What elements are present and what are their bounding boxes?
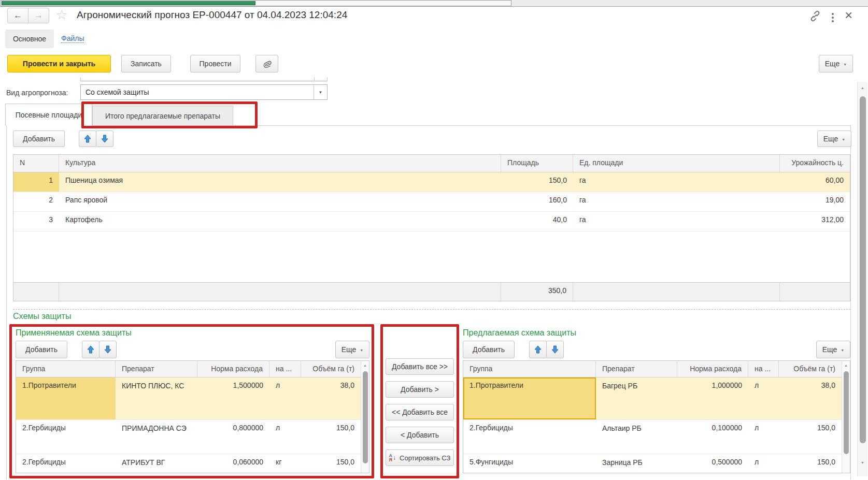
applied-scheme-table: Группа Препарат Норма расхода на ... Объ… xyxy=(16,360,369,473)
post-and-close-button[interactable]: Провести и закрыть xyxy=(7,55,111,72)
col-rate[interactable]: Норма расхода xyxy=(197,361,269,377)
areas-add-label: Добавить xyxy=(23,135,55,143)
partial-field-divider xyxy=(314,77,315,81)
save-label: Записать xyxy=(131,60,162,68)
areas-move-down-button[interactable] xyxy=(96,130,113,147)
scroll-up-icon[interactable]: ▲ xyxy=(363,361,367,367)
col-area[interactable]: Площадь xyxy=(501,155,573,172)
save-button[interactable]: Записать xyxy=(121,55,171,72)
top-progress-strip xyxy=(0,0,868,7)
menu-kebab-icon[interactable] xyxy=(830,11,836,24)
table-row[interactable]: 2 Рапс яровой 160,0 га 19,00 xyxy=(13,192,850,212)
tab-total-proposed-preparations[interactable]: Итого предлагагаемые препараты xyxy=(92,106,233,125)
table-row[interactable]: 3 Картофель 40,0 га 312,00 xyxy=(13,212,850,231)
col-volume[interactable]: Объём га (т) xyxy=(779,361,842,377)
attachments-button[interactable] xyxy=(255,55,278,72)
scroll-down-icon[interactable]: ▼ xyxy=(861,461,864,464)
row-number: 3 xyxy=(13,212,59,231)
close-icon[interactable]: × xyxy=(845,7,852,23)
col-group[interactable]: Группа xyxy=(463,361,596,377)
col-group[interactable]: Группа xyxy=(16,361,116,377)
table-row[interactable]: 2.Гербициды Альтаир РБ 0,100000 л 150,0 xyxy=(463,420,842,454)
col-preparation[interactable]: Препарат xyxy=(596,361,677,377)
yield-cell: 312,00 xyxy=(780,212,850,231)
group-cell: 1.Протравители xyxy=(16,377,116,419)
agroforecast-type-select[interactable]: Со схемой защиты ▼ xyxy=(80,84,328,100)
group-cell-selected: 1.Протравители xyxy=(463,377,596,419)
link-icon[interactable] xyxy=(808,9,822,23)
volume-cell: 150,0 xyxy=(779,454,842,473)
table-row[interactable]: 2.Гербициды АТРИБУТ ВГ 0,060000 кг 150,0 xyxy=(16,454,361,473)
page-scrollbar[interactable]: ▲ ▼ xyxy=(857,82,867,476)
proposed-table-scrollbar[interactable]: ▲ xyxy=(842,361,850,473)
rate-cell: 1,000000 xyxy=(677,377,748,419)
areas-add-button[interactable]: Добавить xyxy=(13,130,65,147)
applied-move-down-button[interactable] xyxy=(99,341,117,358)
areas-move-up-button[interactable] xyxy=(79,130,96,147)
proposed-more-label: Еще xyxy=(822,345,837,354)
col-unit[interactable]: Ед. площади xyxy=(573,155,780,172)
agroforecast-type-label: Вид агропрогноза: xyxy=(6,89,68,97)
tab-sown-areas[interactable]: Посевные площади xyxy=(5,104,92,126)
add-all-right-button[interactable]: Добавить все >> xyxy=(386,358,454,375)
agroforecast-type-dropdown-button[interactable]: ▼ xyxy=(314,85,327,99)
applied-move-up-button[interactable] xyxy=(82,341,99,358)
proposed-add-button[interactable]: Добавить xyxy=(463,341,515,358)
command-bar-more-button[interactable]: Еще ▼ xyxy=(819,55,853,72)
nav-tab-files[interactable]: Файлы xyxy=(61,34,84,43)
col-rate[interactable]: Норма расхода xyxy=(677,361,748,377)
applied-table-header: Группа Препарат Норма расхода на ... Объ… xyxy=(16,361,361,377)
favorite-star-icon[interactable]: ☆ xyxy=(56,7,67,22)
proposed-move-down-button[interactable] xyxy=(546,341,564,358)
arrow-up-icon xyxy=(87,345,94,354)
preparation-cell: КИНТО ПЛЮС, КС xyxy=(116,377,197,419)
add-left-button[interactable]: < Добавить xyxy=(386,427,454,443)
areas-more-button[interactable]: Еще ▼ xyxy=(817,130,851,147)
col-per[interactable]: на ... xyxy=(269,361,301,377)
scroll-up-icon[interactable]: ▲ xyxy=(861,86,864,90)
scrollbar-thumb[interactable] xyxy=(860,96,866,443)
scroll-up-icon[interactable]: ▲ xyxy=(844,361,848,367)
table-row[interactable]: 1.Протравители Багрец РБ 1,000000 л 38,0 xyxy=(463,377,842,420)
applied-scheme-title: Применянемая схема защиты xyxy=(16,328,132,338)
applied-add-button[interactable]: Добавить xyxy=(16,341,67,358)
areas-more-label: Еще xyxy=(823,135,838,143)
table-row[interactable]: 1 Пшеница озимая 150,0 га 60,00 xyxy=(13,172,850,192)
scrollbar-thumb[interactable] xyxy=(363,371,368,463)
applied-more-button[interactable]: Еще ▼ xyxy=(335,341,369,358)
col-culture[interactable]: Культура xyxy=(59,155,501,172)
sort-scheme-button[interactable]: А Я ↓ Сортировать СЗ xyxy=(386,449,454,466)
unit-cell: га xyxy=(573,192,780,211)
back-button[interactable]: ← xyxy=(7,8,29,23)
window-header: ← → ☆ Агрономический прогноз ЕР-000447 о… xyxy=(0,7,868,28)
add-right-button[interactable]: Добавить > xyxy=(386,381,454,398)
volume-cell: 38,0 xyxy=(301,377,361,419)
culture-cell: Пшеница озимая xyxy=(59,172,501,192)
table-row[interactable]: 5.Фунгициды Зарница РБ 0,500000 л 150,0 xyxy=(463,454,842,473)
scrollbar-thumb[interactable] xyxy=(844,371,849,454)
table-row[interactable]: 2.Гербициды ПРИМАДОННА СЭ 0,800000 л 150… xyxy=(16,420,361,454)
table-row[interactable]: 1.Протравители КИНТО ПЛЮС, КС 1,500000 л… xyxy=(16,377,361,420)
add-all-left-button[interactable]: << Добавить все xyxy=(386,404,454,420)
col-yield[interactable]: Урожайность ц. xyxy=(780,155,850,172)
col-preparation[interactable]: Препарат xyxy=(116,361,197,377)
total-area-cell: 350,0 xyxy=(501,283,573,301)
total-culture-cell xyxy=(59,283,501,301)
splitter[interactable] xyxy=(13,309,850,310)
preparation-cell: Альтаир РБ xyxy=(596,420,677,454)
areas-table: N Культура Площадь Ед. площади Урожайнос… xyxy=(13,154,850,301)
per-cell: л xyxy=(748,454,779,473)
group-cell: 2.Гербициды xyxy=(16,454,116,473)
col-per[interactable]: на ... xyxy=(748,361,779,377)
col-volume[interactable]: Объём га (т) xyxy=(301,361,361,377)
sort-scheme-label: Сортировать СЗ xyxy=(400,454,450,462)
tab-sown-areas-label: Посевные площади xyxy=(16,111,82,119)
forward-button[interactable]: → xyxy=(28,8,49,23)
col-n[interactable]: N xyxy=(13,155,59,172)
add-all-right-label: Добавить все >> xyxy=(392,362,448,371)
nav-tab-main[interactable]: Основное xyxy=(5,30,54,48)
post-button[interactable]: Провести xyxy=(190,55,240,72)
proposed-move-up-button[interactable] xyxy=(529,341,547,358)
proposed-more-button[interactable]: Еще ▼ xyxy=(816,341,850,358)
applied-table-scrollbar[interactable]: ▲ xyxy=(361,361,369,473)
